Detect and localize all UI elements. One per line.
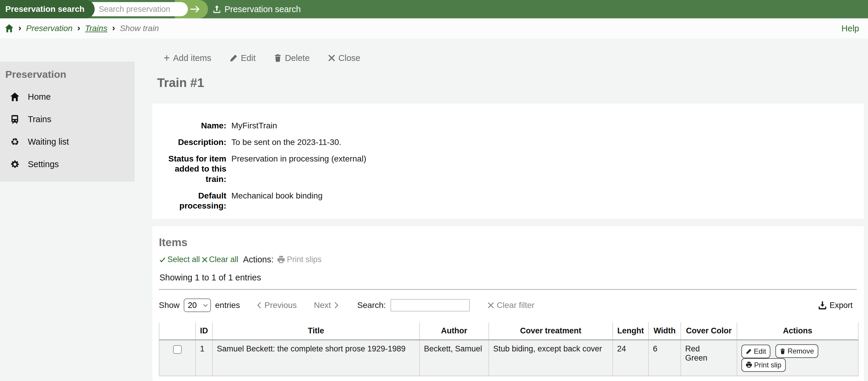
home-icon[interactable] xyxy=(5,24,13,33)
edit-label: Edit xyxy=(241,53,256,63)
field-default-processing: Default processing: Mechanical book bind… xyxy=(152,191,864,211)
download-icon xyxy=(818,301,827,310)
add-items-button[interactable]: + Add items xyxy=(164,53,211,63)
sidebar: Preservation Home Trains ♻ Waiting list xyxy=(0,62,134,182)
trash-icon xyxy=(780,348,785,354)
selection-row: Select all Clear all Actions: Print slip… xyxy=(159,255,857,264)
pencil-icon xyxy=(229,54,238,62)
export-button[interactable]: Export xyxy=(818,301,852,310)
sidebar-item-home[interactable]: Home xyxy=(9,92,130,102)
entries-label: entries xyxy=(215,300,240,310)
field-label: Status for item added to this train: xyxy=(152,154,226,184)
previous-label: Previous xyxy=(265,300,297,310)
field-name: Name: MyFirstTrain xyxy=(152,121,864,131)
table-header-row: ID Title Author Cover treatment Lenght W… xyxy=(159,322,858,340)
field-label: Description: xyxy=(152,137,226,147)
column-header-cover-treatment[interactable]: Cover treatment xyxy=(489,322,613,340)
showing-entries-text: Showing 1 to 1 of 1 entries xyxy=(159,273,857,283)
edit-button[interactable]: Edit xyxy=(229,53,256,63)
gear-icon xyxy=(9,160,20,169)
row-remove-button[interactable]: Remove xyxy=(775,344,818,358)
add-items-label: Add items xyxy=(173,53,211,63)
search-capsule xyxy=(95,0,208,18)
field-label: Default processing: xyxy=(152,191,226,211)
field-description: Description: To be sent on the 2023-11-3… xyxy=(152,137,864,147)
row-print-slip-button[interactable]: Print slip xyxy=(741,358,786,372)
sidebar-item-label: Settings xyxy=(28,159,59,169)
column-header-width[interactable]: Width xyxy=(649,322,681,340)
cell-author: Beckett, Samuel xyxy=(420,340,489,376)
items-section-title: Items xyxy=(159,236,857,249)
column-header-id[interactable]: ID xyxy=(195,322,212,340)
row-checkbox-cell xyxy=(159,340,195,376)
train-details-card: Name: MyFirstTrain Description: To be se… xyxy=(152,103,864,219)
clear-all-label: Clear all xyxy=(209,255,239,264)
next-page-button[interactable]: Next xyxy=(314,300,338,310)
field-value: Preservation in processing (external) xyxy=(231,154,366,184)
field-value: To be sent on the 2023-11-30. xyxy=(231,137,341,147)
sidebar-item-label: Waiting list xyxy=(28,137,69,147)
search-tab-label[interactable]: Preservation search xyxy=(0,0,95,18)
cell-cover-treatment: Stub biding, except back cover xyxy=(489,340,613,376)
column-header-author[interactable]: Author xyxy=(420,322,489,340)
navbar-link-label: Preservation search xyxy=(224,4,301,14)
chevron-right-icon: › xyxy=(18,23,21,33)
next-label: Next xyxy=(314,300,331,310)
breadcrumb-preservation[interactable]: Preservation xyxy=(26,24,72,33)
column-header-actions: Actions xyxy=(737,322,858,340)
top-navbar: Preservation search Preservation search xyxy=(0,0,868,18)
export-label: Export xyxy=(830,301,852,310)
column-header-title[interactable]: Title xyxy=(212,322,420,340)
row-checkbox[interactable] xyxy=(173,345,182,354)
main-content: + Add items Edit Delete Close xyxy=(152,53,864,381)
clear-all-link[interactable]: Clear all xyxy=(202,255,239,264)
items-table: ID Title Author Cover treatment Lenght W… xyxy=(159,322,859,376)
table-search-input[interactable] xyxy=(391,299,470,312)
show-label: Show xyxy=(159,300,180,310)
print-slips-button[interactable]: Print slips xyxy=(277,255,321,264)
select-all-link[interactable]: Select all xyxy=(159,255,200,264)
train-icon xyxy=(9,115,20,124)
column-header-lenght[interactable]: Lenght xyxy=(613,322,649,340)
cell-lenght: 24 xyxy=(613,340,649,376)
breadcrumb-trains[interactable]: Trains xyxy=(85,24,107,33)
toolbar: + Add items Edit Delete Close xyxy=(164,53,864,63)
sidebar-item-label: Trains xyxy=(28,115,52,124)
chevron-right-icon: › xyxy=(77,23,80,33)
printer-icon xyxy=(746,362,752,368)
clear-filter-button[interactable]: Clear filter xyxy=(488,300,535,310)
table-controls: Show 20 entries Previous xyxy=(159,298,857,312)
row-remove-label: Remove xyxy=(787,347,814,355)
chevron-left-icon xyxy=(257,302,261,309)
field-value: MyFirstTrain xyxy=(231,121,277,131)
items-card: Items Select all Clear all Actions: xyxy=(152,226,864,381)
cell-title: Samuel Beckett: the complete short prose… xyxy=(212,340,420,376)
row-edit-button[interactable]: Edit xyxy=(741,345,770,358)
check-icon xyxy=(159,256,166,263)
sidebar-title: Preservation xyxy=(5,69,130,80)
field-label: Name: xyxy=(152,121,226,131)
preservation-search-link[interactable]: Preservation search xyxy=(213,4,301,14)
sidebar-item-waiting-list[interactable]: ♻ Waiting list xyxy=(9,137,130,147)
close-button[interactable]: Close xyxy=(328,53,360,63)
search-input[interactable] xyxy=(86,2,188,16)
breadcrumb-current: Show train xyxy=(120,24,159,33)
previous-page-button[interactable]: Previous xyxy=(257,300,297,310)
divider xyxy=(159,289,857,290)
breadcrumb: › Preservation › Trains › Show train xyxy=(5,23,159,33)
actions-label: Actions: xyxy=(243,255,274,264)
help-link[interactable]: Help xyxy=(841,24,859,33)
sidebar-item-settings[interactable]: Settings xyxy=(9,159,130,169)
field-value: Mechanical book binding xyxy=(231,191,322,211)
x-icon xyxy=(488,302,494,309)
page-size-select[interactable]: 20 xyxy=(184,298,211,312)
sidebar-item-label: Home xyxy=(28,92,51,102)
column-header-checkbox xyxy=(159,322,195,340)
column-header-cover-color[interactable]: Cover Color xyxy=(681,322,737,340)
row-print-slip-label: Print slip xyxy=(754,361,781,369)
delete-button[interactable]: Delete xyxy=(274,53,310,63)
home-icon xyxy=(9,92,20,102)
cell-id: 1 xyxy=(195,340,212,376)
sidebar-item-trains[interactable]: Trains xyxy=(9,115,130,124)
trash-icon xyxy=(274,54,282,62)
